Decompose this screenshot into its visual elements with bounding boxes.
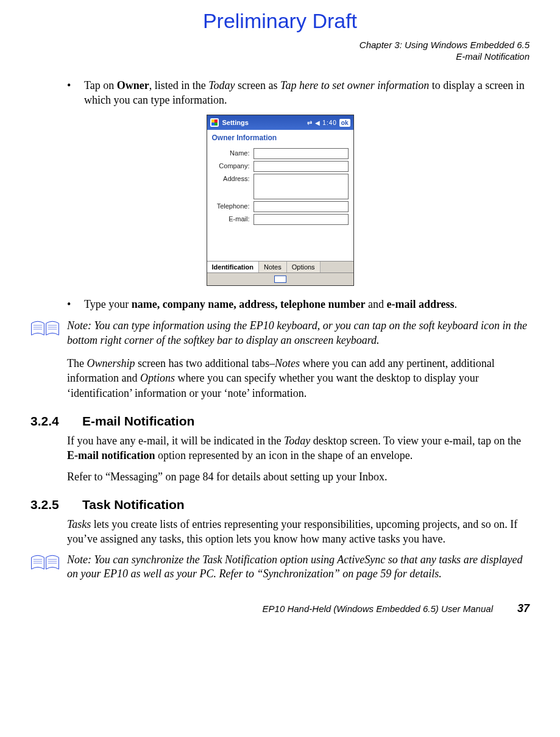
section-number: 3.2.5 xyxy=(30,497,82,512)
note-1-text: Note: You can type information using the… xyxy=(67,319,530,347)
text: . xyxy=(455,298,458,310)
footer-manual-title: EP10 Hand-Held (Windows Embedded 6.5) Us… xyxy=(263,603,493,614)
start-flag-icon xyxy=(210,118,219,127)
text-bold: E-mail notification xyxy=(67,449,155,461)
pda-softkeybar xyxy=(207,272,353,285)
pda-titlebar: Settings ⇄ ◀ 1:40 ok xyxy=(207,115,353,130)
embedded-screenshot: Settings ⇄ ◀ 1:40 ok Owner Information N… xyxy=(30,115,530,286)
bullet-marker: • xyxy=(67,297,84,312)
input-address[interactable] xyxy=(253,174,349,199)
pda-window: Settings ⇄ ◀ 1:40 ok Owner Information N… xyxy=(207,115,354,286)
text-bold: name, company name, address, telephone n… xyxy=(132,298,366,310)
text: screen as xyxy=(235,79,280,91)
text: desktop screen. To view your e-mail, tap… xyxy=(310,435,521,447)
text-bold: Owner xyxy=(117,79,149,91)
text: Type your xyxy=(84,298,132,310)
label-company: Company: xyxy=(212,161,253,169)
paragraph: If you have any e-mail, it will be indic… xyxy=(67,433,530,463)
section-3-2-4: 3.2.4 E-mail Notification xyxy=(30,414,530,429)
text-bold: e-mail address xyxy=(386,298,454,310)
ok-button[interactable]: ok xyxy=(339,119,350,127)
text: If you have any e-mail, it will be indic… xyxy=(67,435,284,447)
header-section: E-mail Notification xyxy=(30,51,530,63)
note-2: Note: You can synchronize the Task Notif… xyxy=(30,553,530,582)
text: lets you create lists of entries represe… xyxy=(67,518,517,545)
text-italic: Today xyxy=(284,435,310,447)
bullet-1: • Tap on Owner, listed in the Today scre… xyxy=(67,78,530,108)
input-company[interactable] xyxy=(253,161,349,172)
note-1: Note: You can type information using the… xyxy=(30,319,530,347)
note-label: Note: xyxy=(67,319,91,332)
input-name[interactable] xyxy=(253,148,349,159)
label-email: E-mail: xyxy=(212,214,253,223)
text: , listed in the xyxy=(149,79,209,91)
tab-notes[interactable]: Notes xyxy=(259,262,287,272)
tab-options[interactable]: Options xyxy=(287,262,321,272)
watermark: Preliminary Draft xyxy=(0,9,560,33)
section-title: Task Notification xyxy=(82,497,185,512)
text-italic: Today xyxy=(208,79,235,91)
text: The xyxy=(67,357,87,369)
page-footer: EP10 Hand-Held (Windows Embedded 6.5) Us… xyxy=(30,602,530,615)
book-icon xyxy=(30,553,67,582)
bullet-1-text: Tap on Owner, listed in the Today screen… xyxy=(84,78,530,108)
input-telephone[interactable] xyxy=(253,201,349,212)
header-chapter: Chapter 3: Using Windows Embedded 6.5 xyxy=(30,40,530,51)
keyboard-icon[interactable] xyxy=(274,276,286,283)
section-3-2-5: 3.2.5 Task Notification xyxy=(30,497,530,512)
section-number: 3.2.4 xyxy=(30,414,82,429)
status-icons: ⇄ ◀ 1:40 xyxy=(307,119,337,126)
page: Preliminary Draft Chapter 3: Using Windo… xyxy=(0,0,560,639)
text: You can synchronize the Task Notificatio… xyxy=(67,554,522,580)
note-2-text: Note: You can synchronize the Task Notif… xyxy=(67,553,530,582)
text: and xyxy=(365,298,386,310)
text-italic: Ownership xyxy=(87,357,135,369)
pda-form: Name: Company: Address: Telephone: E-mai… xyxy=(207,144,353,261)
page-number: 37 xyxy=(517,602,530,615)
section-title: E-mail Notification xyxy=(82,414,194,429)
label-name: Name: xyxy=(212,148,253,157)
pda-title: Settings xyxy=(222,119,307,126)
text-italic: Tasks xyxy=(67,518,91,530)
paragraph: Tasks lets you create lists of entries r… xyxy=(67,517,530,547)
text-italic: Tap here to set owner information xyxy=(280,79,429,91)
text-italic: Notes xyxy=(275,357,300,369)
paragraph: Refer to “Messaging” on page 84 for deta… xyxy=(67,469,530,484)
text: option represented by an icon in the sha… xyxy=(155,449,413,461)
label-address: Address: xyxy=(212,174,253,182)
bullet-marker: • xyxy=(67,78,84,108)
text: Tap on xyxy=(84,79,117,91)
pda-tabs: Identification Notes Options xyxy=(207,261,353,272)
tab-identification[interactable]: Identification xyxy=(207,262,259,272)
text: screen has two additional tabs– xyxy=(135,357,275,369)
bullet-2-text: Type your name, company name, address, t… xyxy=(84,297,530,312)
page-header: Chapter 3: Using Windows Embedded 6.5 E-… xyxy=(30,40,530,63)
text: You can type information using the EP10 … xyxy=(67,319,527,346)
text-italic: Options xyxy=(140,372,175,384)
bullet-2: • Type your name, company name, address,… xyxy=(67,297,530,312)
book-icon xyxy=(30,319,67,347)
paragraph: The Ownership screen has two additional … xyxy=(67,356,530,401)
pda-subtitle: Owner Information xyxy=(207,130,353,144)
label-telephone: Telephone: xyxy=(212,201,253,210)
note-label: Note: xyxy=(67,554,91,566)
clock: 1:40 xyxy=(322,119,336,126)
input-email[interactable] xyxy=(253,214,349,225)
